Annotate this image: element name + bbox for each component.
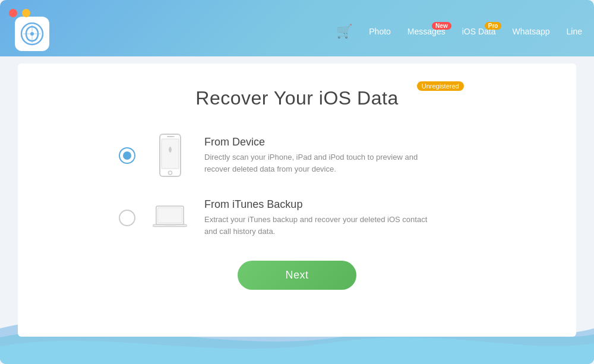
svg-rect-7 <box>167 136 173 137</box>
close-button[interactable] <box>9 9 17 17</box>
iphone-icon <box>152 133 188 178</box>
svg-rect-5 <box>162 139 179 169</box>
options-list: From Device Directly scan your iPhone, i… <box>119 133 475 237</box>
svg-rect-10 <box>157 208 182 223</box>
from-device-text: From Device Directly scan your iPhone, i… <box>204 136 430 175</box>
svg-point-8 <box>173 136 175 137</box>
page-title: Recover Your iOS Data <box>195 87 398 109</box>
titlebar: 🛒 Photo New Messages Pro iOS Data Whatsa… <box>0 0 594 56</box>
radio-from-itunes[interactable] <box>119 210 135 226</box>
pro-badge: Pro <box>485 22 502 30</box>
nav-cart[interactable]: 🛒 <box>336 24 352 39</box>
unregistered-badge: Unregistered <box>417 81 464 91</box>
option-from-device[interactable]: From Device Directly scan your iPhone, i… <box>119 133 475 178</box>
option-from-itunes[interactable]: From iTunes Backup Extract your iTunes b… <box>119 198 475 237</box>
from-itunes-text: From iTunes Backup Extract your iTunes b… <box>204 198 430 237</box>
laptop-icon <box>152 201 188 234</box>
content-wrapper: Recover Your iOS Data Unregistered <box>0 56 594 337</box>
nav-bar: 🛒 Photo New Messages Pro iOS Data Whatsa… <box>336 24 582 39</box>
new-badge: New <box>432 22 451 30</box>
window-controls <box>9 9 30 17</box>
nav-item-line[interactable]: Line <box>567 27 582 36</box>
title-wrapper: Recover Your iOS Data Unregistered <box>195 87 398 109</box>
svg-rect-12 <box>165 224 176 226</box>
minimize-button[interactable] <box>22 9 30 17</box>
radio-from-device[interactable] <box>119 147 135 164</box>
nav-item-photo[interactable]: Photo <box>369 27 391 36</box>
app-logo <box>15 17 49 51</box>
nav-item-messages[interactable]: New Messages <box>407 27 446 36</box>
nav-item-whatsapp[interactable]: Whatsapp <box>512 27 549 36</box>
nav-item-ios-data[interactable]: Pro iOS Data <box>462 27 496 36</box>
main-panel: Recover Your iOS Data Unregistered <box>18 64 576 337</box>
next-button[interactable]: Next <box>238 261 356 290</box>
cart-icon: 🛒 <box>336 24 352 39</box>
